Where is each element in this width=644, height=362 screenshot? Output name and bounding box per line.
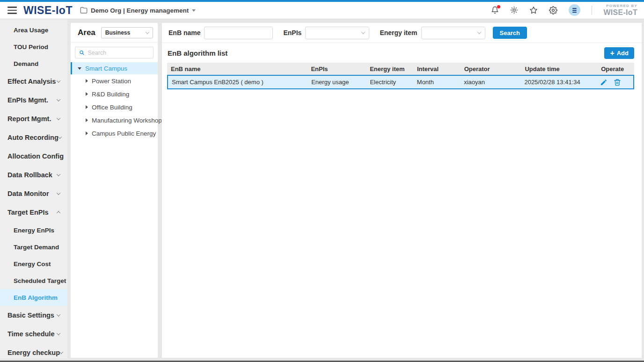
menu-icon[interactable] xyxy=(7,7,17,14)
list-title: EnB algorithm list xyxy=(168,49,227,57)
sidebar-item-data-monitor[interactable]: Data Monitor xyxy=(0,184,67,203)
settings-button[interactable] xyxy=(549,6,557,14)
filter-bar: EnB name EnPIs Energy item Search xyxy=(162,23,642,43)
chevron-down-icon xyxy=(57,312,60,316)
sidebar-item-demand[interactable]: Demand xyxy=(0,55,67,72)
edit-icon[interactable] xyxy=(600,79,607,86)
notifications-button[interactable] xyxy=(491,6,499,14)
column-header-operate: Operate xyxy=(597,65,634,72)
chevron-down-icon xyxy=(57,116,60,120)
cell-energy-item: Electricity xyxy=(366,79,413,86)
column-header-operator: Operator xyxy=(461,65,521,72)
column-header-enb-name: EnB name xyxy=(167,65,307,72)
enb-name-input[interactable] xyxy=(204,27,273,39)
area-type-select[interactable]: Business xyxy=(101,27,153,38)
column-header-update-time: Update time xyxy=(521,65,597,72)
energy-item-select[interactable] xyxy=(421,27,485,39)
chevron-down-icon xyxy=(57,97,60,101)
sidebar-item-tou-period[interactable]: TOU Period xyxy=(0,38,67,55)
sidebar-item-enb-algorithm[interactable]: EnB Algorithm xyxy=(0,289,67,306)
add-button[interactable]: Add xyxy=(604,47,634,59)
sidebar-item-energy-cost[interactable]: Energy Cost xyxy=(0,255,67,272)
search-icon xyxy=(79,50,84,56)
tree-node-manufacturing-workshop[interactable]: Manufacturing Workshop xyxy=(71,114,158,127)
enb-name-label: EnB name xyxy=(168,29,200,36)
tree-expand-icon xyxy=(86,92,88,96)
tree-node-campus-public-energy[interactable]: Campus Public Energy xyxy=(71,127,158,140)
tree-expand-icon xyxy=(86,79,88,83)
tree-expand-icon xyxy=(86,131,88,135)
chevron-up-icon xyxy=(57,211,60,215)
app-logo: WISE-IoT xyxy=(23,4,73,17)
sidebar-item-basic-settings[interactable]: Basic Settings xyxy=(0,306,67,325)
column-header-energy-item: Energy item xyxy=(366,65,413,72)
folder-icon xyxy=(80,7,88,14)
user-avatar[interactable] xyxy=(569,4,580,16)
table-header-row: EnB name EnPIs Energy item Interval Oper… xyxy=(167,63,634,75)
sidebar-item-auto-recording[interactable]: Auto Recording xyxy=(0,128,67,147)
tree-node-office-building[interactable]: Office Building xyxy=(71,101,158,114)
enb-algorithm-table: EnB name EnPIs Energy item Interval Oper… xyxy=(167,63,634,89)
tree-collapse-icon xyxy=(78,67,81,70)
tree-node-power-station[interactable]: Power Station xyxy=(71,74,158,87)
chevron-down-icon xyxy=(58,135,62,138)
chevron-down-icon xyxy=(57,172,60,176)
powered-by-logo: POWERED BY WISE-IoT xyxy=(603,4,637,16)
tree-node-rd-building[interactable]: R&D Building xyxy=(71,87,158,101)
energy-item-label: Energy item xyxy=(380,29,417,36)
enpis-select[interactable] xyxy=(305,27,369,39)
sidebar-item-report-mgmt[interactable]: Report Mgmt. xyxy=(0,109,67,128)
header-divider xyxy=(592,6,592,15)
chevron-down-icon xyxy=(477,30,481,34)
main-sidebar: Area Usage TOU Period Demand Effect Anal… xyxy=(0,19,67,358)
sidebar-item-energy-enpis[interactable]: Energy EnPIs xyxy=(0,222,67,239)
chevron-down-icon xyxy=(57,79,60,82)
tree-expand-icon xyxy=(86,118,88,122)
chevron-down-icon xyxy=(57,191,60,195)
brightness-icon xyxy=(510,6,518,14)
tree-node-smart-campus[interactable]: Smart Campus xyxy=(71,62,158,74)
sidebar-item-scheduled-target[interactable]: Scheduled Target xyxy=(0,272,67,289)
chevron-down-icon xyxy=(59,350,63,354)
delete-icon[interactable] xyxy=(614,79,621,86)
chevron-down-icon xyxy=(146,30,149,34)
caret-down-icon xyxy=(192,9,196,12)
sidebar-item-allocation-config[interactable]: Allocation Config xyxy=(0,147,67,166)
column-header-enpis: EnPIs xyxy=(307,65,366,72)
cell-operate xyxy=(596,79,633,86)
sidebar-item-enpis-mgmt[interactable]: EnPIs Mgmt. xyxy=(0,91,67,109)
cell-update-time: 2025/02/28 13:41:34 xyxy=(520,79,596,86)
favorites-button[interactable] xyxy=(529,6,538,14)
sidebar-item-data-rollback[interactable]: Data Rollback xyxy=(0,166,67,184)
sidebar-item-target-enpis[interactable]: Target EnPIs xyxy=(0,203,67,222)
area-panel-title: Area xyxy=(78,28,95,37)
area-search-box xyxy=(75,47,154,58)
cell-operator: xiaoyan xyxy=(460,79,520,86)
area-search-input[interactable] xyxy=(88,50,149,56)
chevron-down-icon xyxy=(361,30,365,34)
org-label: Demo Org | Energy management xyxy=(91,7,189,14)
tree-expand-icon xyxy=(86,105,88,109)
enpis-label: EnPIs xyxy=(283,29,301,36)
sidebar-item-target-demand[interactable]: Target Demand xyxy=(0,239,67,255)
cell-interval: Month xyxy=(413,79,460,86)
notification-dot xyxy=(497,5,500,8)
table-row[interactable]: Smart Campus EnB2025 ( demo ) Energy usa… xyxy=(167,75,634,89)
sidebar-item-energy-checkup[interactable]: Energy checkup xyxy=(0,343,67,358)
plus-icon xyxy=(610,50,614,57)
cell-enpis: Energy usage xyxy=(307,79,366,86)
sidebar-item-time-schedule[interactable]: Time schedule xyxy=(0,325,67,343)
main-content-panel: EnB name EnPIs Energy item Search EnB al… xyxy=(161,22,642,358)
sidebar-item-effect-analysis[interactable]: Effect Analysis xyxy=(0,72,67,91)
search-button[interactable]: Search xyxy=(493,27,527,39)
org-selector[interactable]: Demo Org | Energy management xyxy=(80,7,196,14)
area-tree-panel: Area Business Smart Campus Power Station… xyxy=(70,22,158,358)
star-icon xyxy=(529,6,538,14)
list-header: EnB algorithm list Add xyxy=(162,43,642,63)
gear-icon xyxy=(549,6,557,14)
area-type-value: Business xyxy=(105,29,130,36)
sidebar-item-area-usage[interactable]: Area Usage xyxy=(0,22,67,38)
theme-button[interactable] xyxy=(510,6,518,14)
cell-enb-name: Smart Campus EnB2025 ( demo ) xyxy=(168,79,307,86)
chevron-down-icon xyxy=(57,331,60,335)
